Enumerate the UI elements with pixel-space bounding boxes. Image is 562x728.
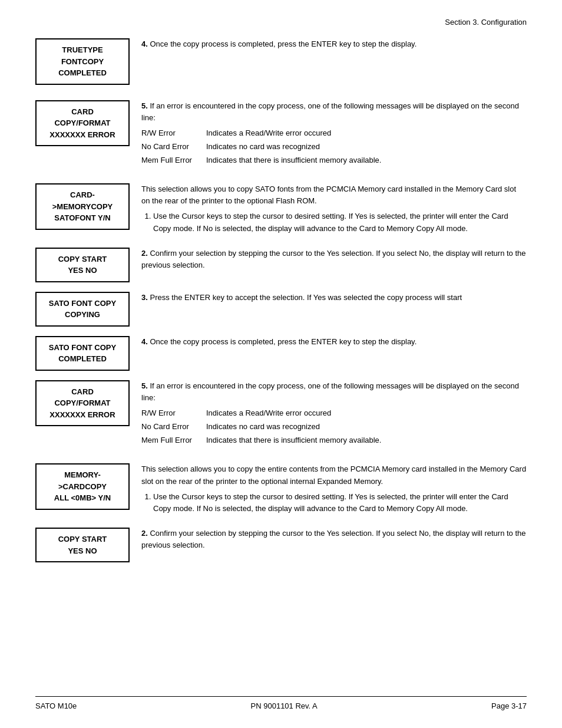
error-table: R/W ErrorIndicates a Read/Write error oc… [141,127,527,166]
error-code: No Card Error [141,141,206,153]
description-copy-start-yes-no-2: 2. Confirm your selection by stepping th… [141,528,527,555]
steps-list: Use the Cursor keys to step the cursor t… [141,491,527,515]
error-code: Mem Full Error [141,154,206,166]
step-text: 4. Once the copy process is completed, p… [141,38,527,50]
content-area: TRUETYPEFONTCOPYCOMPLETED4. Once the cop… [35,38,527,562]
error-row: Mem Full ErrorIndicates that there is in… [141,434,527,446]
description-truetype-completed: 4. Once the copy process is completed, p… [141,38,527,54]
description-memory-cardcopy-all: This selection allows you to copy the en… [141,463,527,518]
step-text: 3. Press the ENTER key to accept the sel… [141,292,527,304]
content-row-copy-start-yes-no-1: COPY START YES NO2. Confirm your selecti… [35,248,527,282]
error-desc: Indicates that there is insufficient mem… [206,434,381,446]
section-header: Section 3. Configuration [35,18,527,27]
error-row: R/W ErrorIndicates a Read/Write error oc… [141,127,527,139]
content-row-copy-start-yes-no-2: COPY START YES NO2. Confirm your selecti… [35,528,527,562]
footer: SATO M10e PN 9001101 Rev. A Page 3-17 [35,696,527,710]
steps-list: Use the Cursor keys to step the cursor t… [141,210,527,234]
lcd-box-copy-start-yes-no-1: COPY START YES NO [35,248,130,282]
error-desc: Indicates that there is insufficient mem… [206,154,381,166]
error-row: R/W ErrorIndicates a Read/Write error oc… [141,407,527,419]
content-row-truetype-completed: TRUETYPEFONTCOPYCOMPLETED4. Once the cop… [35,38,527,85]
error-code: Mem Full Error [141,434,206,446]
intro-text: This selection allows you to copy SATO f… [141,183,527,207]
page-container: Section 3. Configuration TRUETYPEFONTCOP… [0,0,562,728]
lcd-box-sato-font-copy-copying: SATO FONT COPYCOPYING [35,292,130,327]
footer-right: Page 3-17 [491,701,527,710]
content-row-card-memorycopy-satofont: CARD->MEMORYCOPYSATOFONT Y/NThis selecti… [35,183,527,238]
footer-left: SATO M10e [35,701,77,710]
error-code: No Card Error [141,421,206,433]
lcd-box-memory-cardcopy-all: MEMORY->CARDCOPYALL <0MB> Y/N [35,463,130,510]
section-title: Section 3. Configuration [445,18,527,27]
error-code: R/W Error [141,407,206,419]
description-copy-start-yes-no-1: 2. Confirm your selection by stepping th… [141,248,527,275]
content-row-sato-font-copy-copying: SATO FONT COPYCOPYING3. Press the ENTER … [35,292,527,327]
error-row: No Card ErrorIndicates no card was recog… [141,141,527,153]
description-sato-font-copy-copying: 3. Press the ENTER key to accept the sel… [141,292,527,307]
description-card-copy-format-error-1: 5. If an error is encountered in the cop… [141,100,527,169]
description-card-copy-format-error-2: 5. If an error is encountered in the cop… [141,380,527,449]
error-desc: Indicates a Read/Write error occured [206,407,331,419]
content-row-sato-font-copy-completed: SATO FONT COPYCOMPLETED4. Once the copy … [35,336,527,371]
error-intro: 5. If an error is encountered in the cop… [141,100,527,124]
content-row-memory-cardcopy-all: MEMORY->CARDCOPYALL <0MB> Y/NThis select… [35,463,527,518]
error-desc: Indicates no card was recognized [206,141,320,153]
error-code: R/W Error [141,127,206,139]
content-row-card-copy-format-error-2: CARD COPY/FORMATXXXXXXX ERROR5. If an er… [35,380,527,449]
error-intro: 5. If an error is encountered in the cop… [141,380,527,404]
error-desc: Indicates a Read/Write error occured [206,127,331,139]
lcd-box-card-memorycopy-satofont: CARD->MEMORYCOPYSATOFONT Y/N [35,183,130,230]
lcd-box-card-copy-format-error-1: CARD COPY/FORMATXXXXXXX ERROR [35,100,130,147]
description-card-memorycopy-satofont: This selection allows you to copy SATO f… [141,183,527,238]
lcd-box-sato-font-copy-completed: SATO FONT COPYCOMPLETED [35,336,130,371]
error-row: No Card ErrorIndicates no card was recog… [141,421,527,433]
lcd-box-copy-start-yes-no-2: COPY START YES NO [35,528,130,562]
intro-text: This selection allows you to copy the en… [141,463,527,487]
lcd-box-truetype-completed: TRUETYPEFONTCOPYCOMPLETED [35,38,130,85]
error-desc: Indicates no card was recognized [206,421,320,433]
lcd-box-card-copy-format-error-2: CARD COPY/FORMATXXXXXXX ERROR [35,380,130,427]
description-sato-font-copy-completed: 4. Once the copy process is completed, p… [141,336,527,351]
step-text: 4. Once the copy process is completed, p… [141,336,527,348]
step-text: 2. Confirm your selection by stepping th… [141,528,527,551]
content-row-card-copy-format-error-1: CARD COPY/FORMATXXXXXXX ERROR5. If an er… [35,100,527,169]
step-text: 2. Confirm your selection by stepping th… [141,248,527,271]
error-row: Mem Full ErrorIndicates that there is in… [141,154,527,166]
step-item: Use the Cursor keys to step the cursor t… [153,491,527,515]
error-table: R/W ErrorIndicates a Read/Write error oc… [141,407,527,446]
footer-center: PN 9001101 Rev. A [251,701,318,710]
step-item: Use the Cursor keys to step the cursor t… [153,210,527,234]
